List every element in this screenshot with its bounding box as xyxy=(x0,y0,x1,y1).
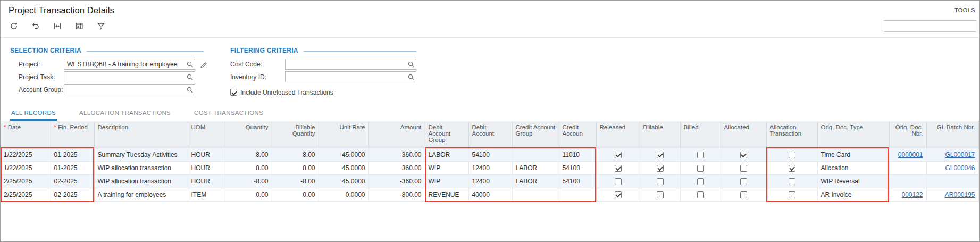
cell-credit_account_group xyxy=(512,148,559,161)
allocation_transaction-checkbox[interactable] xyxy=(789,165,795,172)
column-header-unit_rate[interactable]: Unit Rate xyxy=(319,121,368,148)
refresh-button[interactable] xyxy=(9,21,19,31)
tools-menu-button[interactable]: TOOLS xyxy=(954,7,975,13)
column-header-allocation_transaction[interactable]: Allocation Transaction xyxy=(766,121,817,148)
cell-debit_account: 54100 xyxy=(468,148,512,161)
export-to-excel-button[interactable] xyxy=(74,21,85,31)
toolbar-search-input[interactable] xyxy=(884,20,976,32)
released-checkbox[interactable] xyxy=(615,178,622,185)
allocated-checkbox[interactable] xyxy=(740,191,747,198)
filtering-criteria-section: FILTERING CRITERIA Cost Code: Inventory … xyxy=(230,46,416,98)
released-checkbox[interactable] xyxy=(615,165,622,172)
inventory-id-input[interactable] xyxy=(285,71,416,82)
allocated-checkbox[interactable] xyxy=(740,152,747,158)
cell-billable xyxy=(640,161,680,174)
column-header-date[interactable]: * Date xyxy=(1,121,51,148)
magnifier-icon[interactable] xyxy=(407,73,415,81)
column-header-orig_doc_type[interactable]: Orig. Doc. Type xyxy=(817,121,889,148)
column-header-debit_account[interactable]: Debit Account xyxy=(468,121,512,148)
cell-debit_account_group: WIP xyxy=(425,161,468,174)
fit-column-width-button[interactable] xyxy=(52,21,63,31)
cell-gl_batch_nbr: GL000046 xyxy=(926,161,978,174)
section-rule xyxy=(304,51,416,52)
orig_doc_nbr-link[interactable]: 0000001 xyxy=(898,151,923,158)
include-unreleased-checkbox[interactable] xyxy=(230,89,237,96)
cost-code-label: Cost Code: xyxy=(230,61,285,68)
selection-criteria-header: SELECTION CRITERIA xyxy=(10,46,204,55)
magnifier-icon[interactable] xyxy=(186,86,194,94)
billed-checkbox[interactable] xyxy=(697,178,704,185)
column-header-debit_account_group[interactable]: Debit Account Group xyxy=(425,121,468,148)
column-header-allocated[interactable]: Allocated xyxy=(721,121,766,148)
required-asterisk: * xyxy=(4,124,8,130)
column-header-billable[interactable]: Billable xyxy=(640,121,680,148)
cell-unit_rate: 0.0000 xyxy=(319,188,368,201)
undo-button[interactable] xyxy=(30,21,41,31)
column-header-amount[interactable]: Amount xyxy=(368,121,425,148)
column-header-quantity[interactable]: Quantity xyxy=(225,121,272,148)
column-header-orig_doc_nbr[interactable]: Orig. Doc. Nbr. xyxy=(889,121,926,148)
cell-billable_quantity: 8.00 xyxy=(272,161,319,174)
filtering-criteria-title: FILTERING CRITERIA xyxy=(230,47,298,54)
column-header-fin_period[interactable]: * Fin. Period xyxy=(51,121,94,148)
project-label: Project: xyxy=(19,61,64,68)
grid-row[interactable]: 1/22/202501-2025WIP allocation transacti… xyxy=(1,161,978,174)
tab-cost-transactions[interactable]: COST TRANSACTIONS xyxy=(193,106,264,121)
column-header-gl_batch_nbr[interactable]: GL Batch Nbr. xyxy=(926,121,978,148)
cell-credit_account: 54100 xyxy=(559,161,596,174)
billable-checkbox[interactable] xyxy=(657,191,664,198)
released-checkbox[interactable] xyxy=(615,191,622,198)
tab-all-records[interactable]: ALL RECORDS xyxy=(10,106,57,121)
cell-uom: HOUR xyxy=(188,174,225,188)
billed-checkbox[interactable] xyxy=(697,152,704,158)
cell-allocated xyxy=(721,148,766,161)
allocation_transaction-checkbox[interactable] xyxy=(789,191,795,198)
cell-billable xyxy=(640,148,680,161)
magnifier-icon[interactable] xyxy=(186,73,194,81)
billable-checkbox[interactable] xyxy=(657,178,664,185)
cell-allocated xyxy=(721,161,766,174)
magnifier-icon[interactable] xyxy=(186,61,194,68)
billed-checkbox[interactable] xyxy=(697,165,704,172)
released-checkbox[interactable] xyxy=(615,152,622,158)
gl_batch_nbr-link[interactable]: AR000195 xyxy=(945,191,975,198)
column-header-billable_quantity[interactable]: Billable Quantity xyxy=(272,121,319,148)
column-header-released[interactable]: Released xyxy=(596,121,640,148)
tab-allocation-transactions[interactable]: ALLOCATION TRANSACTIONS xyxy=(78,106,172,121)
allocated-checkbox[interactable] xyxy=(740,178,747,185)
cell-debit_account: 12400 xyxy=(468,161,512,174)
project-input[interactable] xyxy=(64,59,195,70)
grid-row[interactable]: 1/22/202501-2025Summary Tuesday Activiti… xyxy=(1,148,978,161)
allocation_transaction-checkbox[interactable] xyxy=(789,178,795,185)
cell-description: A training for employees xyxy=(94,188,188,201)
column-header-description[interactable]: Description xyxy=(94,121,188,148)
cell-debit_account_group: WIP xyxy=(425,174,468,188)
cost-code-input[interactable] xyxy=(285,59,416,70)
billable-checkbox[interactable] xyxy=(657,165,664,172)
edit-pencil-icon[interactable] xyxy=(200,61,207,68)
column-header-credit_account[interactable]: Credit Accoun xyxy=(559,121,596,148)
gl_batch_nbr-link[interactable]: GL000017 xyxy=(945,151,975,158)
fit-width-icon xyxy=(53,22,62,30)
cell-unit_rate: 45.0000 xyxy=(319,161,368,174)
allocated-checkbox[interactable] xyxy=(740,165,747,172)
grid-row[interactable]: 2/25/202502-2025WIP allocation transacti… xyxy=(1,174,978,188)
allocation_transaction-checkbox[interactable] xyxy=(789,152,795,158)
billable-checkbox[interactable] xyxy=(657,152,664,158)
column-header-credit_account_group[interactable]: Credit Account Group xyxy=(512,121,559,148)
filtering-criteria-header: FILTERING CRITERIA xyxy=(230,46,416,55)
transactions-grid: * Date* Fin. PeriodDescriptionUOMQuantit… xyxy=(1,121,979,202)
column-header-uom[interactable]: UOM xyxy=(188,121,225,148)
account-group-input[interactable] xyxy=(64,84,195,95)
gl_batch_nbr-link[interactable]: GL000046 xyxy=(945,164,975,172)
cell-gl_batch_nbr: GL000017 xyxy=(926,148,978,161)
project-task-input[interactable] xyxy=(64,71,195,82)
filter-button[interactable] xyxy=(96,21,106,31)
billed-checkbox[interactable] xyxy=(697,191,704,198)
magnifier-icon[interactable] xyxy=(407,61,415,68)
cell-uom: HOUR xyxy=(188,148,225,161)
grid-row[interactable]: 2/25/202502-2025A training for employees… xyxy=(1,188,978,201)
column-header-billed[interactable]: Billed xyxy=(680,121,721,148)
cell-fin_period: 01-2025 xyxy=(51,161,94,174)
orig_doc_nbr-link[interactable]: 000122 xyxy=(901,191,923,198)
